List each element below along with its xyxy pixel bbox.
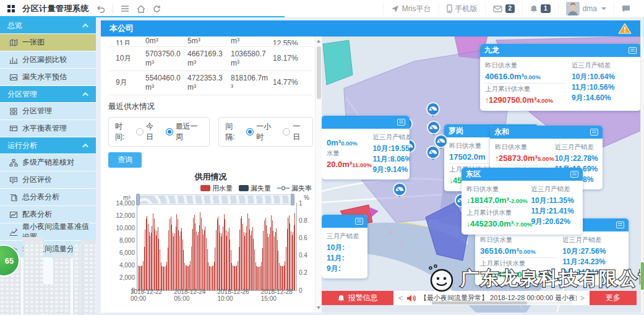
card-value: 40616.0m³0.00%	[485, 72, 565, 81]
value-text: 445230.0m³	[470, 219, 513, 228]
panel-scrollbar[interactable]	[315, 37, 322, 313]
sidebar-item-1-0[interactable]: 分区管理	[0, 103, 96, 119]
zone-card-header[interactable]	[322, 215, 367, 228]
feedback-button[interactable]	[614, 2, 638, 15]
tree-icon	[9, 158, 18, 167]
gauge-marker[interactable]	[392, 183, 408, 202]
radio-selected[interactable]	[246, 128, 254, 136]
menu-icon[interactable]	[121, 5, 129, 12]
card-right-column: 三月产销差10月:11月:9月:	[327, 231, 363, 274]
legend-item-漏失率[interactable]: 漏失率	[277, 184, 312, 193]
interval-option-0[interactable]: 一小时	[246, 121, 277, 142]
ticker-next-arrow[interactable]: >	[580, 294, 585, 303]
ticker-scrollbar[interactable]	[432, 301, 572, 304]
sidebar-item-0-1[interactable]: 分区漏损比较	[0, 51, 96, 68]
table-cell-month: 9月	[108, 71, 144, 95]
map-view[interactable]: 九龙昨日供水量40616.0m³0.00%上月累计供水量↑1290750.0m³…	[322, 37, 640, 313]
list-icon[interactable]	[616, 222, 624, 228]
zone-card-title: 东区	[466, 169, 481, 179]
interval-option-1[interactable]: 一日	[283, 121, 306, 142]
sidebar-item-0-2[interactable]: 漏失水平预估	[0, 69, 96, 85]
table-cell-supply: 0m³	[144, 37, 186, 46]
card-label: 水量	[327, 149, 366, 158]
alarm-info-button[interactable]: 报警信息	[322, 291, 393, 305]
alarm-bar: 报警信息 < 【最小夜间流量异常】 2018-12-28 00:00:00 最小…	[322, 291, 637, 305]
gauge-marker[interactable]	[425, 102, 441, 122]
zone-card-jiulong[interactable]: 九龙昨日供水量40616.0m³0.00%上月累计供水量↑1290750.0m³…	[480, 44, 640, 111]
chart-title: 供用情况	[108, 171, 313, 183]
sidebar-group-header[interactable]: 运行分析	[0, 137, 96, 153]
list-icon[interactable]	[590, 129, 598, 136]
zone-card-header[interactable]: 东区	[462, 168, 583, 181]
sidebar-item-2-2[interactable]: 总分表分析	[0, 189, 96, 205]
platform-link[interactable]: Mris平台	[383, 2, 439, 15]
scroll-up-arrow[interactable]	[317, 40, 320, 43]
quarter-diff-label: 近三月产销差	[531, 185, 578, 194]
y-axis-tick: 2,000	[119, 274, 137, 281]
legend-item-用水量[interactable]: 用水量	[200, 184, 233, 193]
messages-button[interactable]: 2	[485, 2, 523, 15]
yesterday-supply-label: 昨日供水量	[480, 236, 556, 244]
value-text: 1014990.0m³	[484, 270, 531, 279]
zone-card-dongqu[interactable]: 东区昨日供水量↓18147.0m³-2.00%上月累计供水量↓445230.0m…	[462, 168, 583, 235]
sidebar-item-1-1[interactable]: 水平衡表管理	[0, 120, 96, 137]
value-percent: -2.00%	[509, 197, 528, 204]
sidebar-item-2-1[interactable]: 分区评价	[0, 171, 96, 188]
radio-unselected[interactable]	[136, 128, 144, 136]
zone-card-header[interactable]: 九龙	[480, 44, 640, 57]
zone-card-title: 永和	[494, 127, 509, 137]
x-axis-label: 2018-12-28 15:00	[261, 288, 304, 302]
zone-card-leftbottom[interactable]: 三月产销差10月:11月:9月:	[322, 215, 367, 278]
data-zoom-slider[interactable]	[137, 194, 294, 205]
ticker-prev-arrow[interactable]: <	[398, 294, 403, 303]
sidebar-item-2-0[interactable]: 多级产销差核对	[0, 154, 96, 171]
zone-card-header[interactable]: 永和	[490, 126, 603, 139]
window-scrollbar[interactable]	[640, 37, 644, 313]
sidebar-item-label: 漏失水平预估	[22, 72, 67, 82]
zone-card-title: 九龙	[484, 45, 499, 56]
month-diff-value: 10月:	[327, 243, 363, 253]
sidebar-item-label: 多级产销差核对	[22, 157, 74, 168]
table-row: 11月0m³5m³m³12.55%	[108, 37, 313, 46]
card-right-column: 近三月产销差10月:10.64%11月:10.56%9月:14.60%	[572, 60, 636, 106]
gauge-marker[interactable]	[425, 145, 441, 165]
radio-selected[interactable]	[166, 128, 173, 136]
scroll-down-arrow[interactable]	[317, 306, 320, 309]
zoom-handle-left[interactable]	[136, 194, 140, 205]
notifications-button[interactable]: 1	[522, 2, 558, 15]
window-scroll-thumb[interactable]	[641, 262, 644, 290]
list-icon[interactable]	[570, 171, 578, 178]
zone-card-body: 昨日供水量↓18147.0m³-2.00%上月累计供水量↓445230.0m³-…	[462, 181, 583, 235]
y2-axis-tick: 0.2	[296, 269, 307, 276]
lastmonth-supply-label: 上月累计供水量	[480, 259, 556, 268]
ticker-scroll-thumb[interactable]	[432, 301, 527, 304]
mobile-link[interactable]: 手机版	[439, 2, 485, 15]
sidebar-group-header[interactable]: 分区管理	[0, 86, 96, 102]
value-text: 1290750.0m³	[489, 95, 536, 105]
sidebar-group-header[interactable]: 总览	[0, 17, 96, 33]
radio-unselected[interactable]	[283, 128, 290, 136]
time-filter-label: 时间:	[115, 121, 131, 142]
home-icon[interactable]	[137, 5, 145, 13]
more-button[interactable]: 更多	[590, 291, 637, 305]
legend-item-漏失量[interactable]: 漏失量	[239, 184, 271, 193]
query-button[interactable]: 查询	[108, 152, 142, 168]
user-menu[interactable]: dma	[558, 2, 614, 15]
time-option-label: 最近一周	[176, 121, 203, 142]
time-option-1[interactable]: 最近一周	[166, 121, 203, 142]
zone-card-header[interactable]	[322, 116, 410, 129]
warning-icon[interactable]	[618, 23, 632, 34]
scroll-thumb[interactable]	[317, 46, 321, 99]
zone-card-lefttop[interactable]: 0m³0.00%水量20.0m³11.00%近三月产销差10月:19.55%11…	[322, 116, 410, 179]
zoom-handle-right[interactable]	[291, 194, 294, 205]
refresh-icon[interactable]	[153, 5, 161, 13]
time-option-0[interactable]: 今日	[136, 121, 160, 142]
sidebar-item-2-3[interactable]: 配表分析	[0, 206, 96, 223]
month-diff-value: 10月:19.55%	[372, 144, 405, 154]
sidebar-item-0-0[interactable]: 一张图	[0, 34, 96, 51]
list-icon[interactable]	[397, 119, 405, 126]
chevron-up-icon	[82, 143, 88, 149]
list-icon[interactable]	[355, 218, 363, 225]
undo-icon[interactable]	[97, 5, 105, 13]
list-icon[interactable]	[629, 47, 637, 54]
